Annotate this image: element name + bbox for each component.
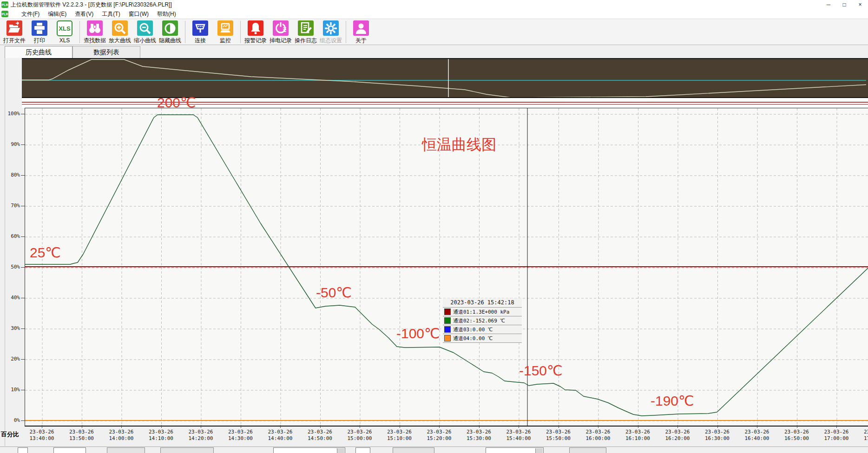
x-tick-mark xyxy=(161,425,162,428)
connector-icon xyxy=(192,20,208,36)
x-tick-label: 23-03-2616:00:00 xyxy=(581,429,615,442)
monitor-button[interactable]: 监控 xyxy=(213,19,238,45)
channel-value-text: 通道04:0.00 ℃ xyxy=(453,335,493,342)
x-tick-label: 23-03-2615:00:00 xyxy=(342,429,377,442)
x-tick-mark xyxy=(677,425,678,428)
window-controls: ─ □ × xyxy=(821,0,868,9)
y-tick-mark xyxy=(21,298,25,298)
x-tick-mark xyxy=(320,425,321,428)
x-tick-mark xyxy=(121,425,122,428)
toolbar-button-label: 报警记录 xyxy=(244,37,267,45)
bottom-control-fragment[interactable] xyxy=(355,447,370,453)
bottom-control-fragment[interactable] xyxy=(273,447,345,453)
x-tick-label: 23-03-2614:30:00 xyxy=(224,429,258,442)
menu-item-1[interactable]: 文件(F) xyxy=(17,9,44,19)
temperature-annotation: -150℃ xyxy=(519,362,563,379)
y-tick-label: 0% xyxy=(2,417,20,424)
y-tick-mark xyxy=(21,144,25,145)
chart-gap xyxy=(22,98,868,108)
operation-log-icon xyxy=(298,20,314,36)
y-axis-title: 百分比 xyxy=(1,430,19,439)
about-user-button[interactable]: 关于 xyxy=(349,19,374,45)
y-tick-mark xyxy=(21,206,25,206)
x-tick-label: 23-03-2614:50:00 xyxy=(303,429,337,442)
tab-bar: 历史曲线数据列表 xyxy=(0,45,868,58)
open-file-icon xyxy=(7,20,22,36)
menu-item-2[interactable]: 编辑(E) xyxy=(44,9,71,19)
tab-history-curve[interactable]: 历史曲线 xyxy=(5,46,72,58)
operation-log-button[interactable]: 操作日志 xyxy=(293,19,318,45)
xls-icon: XLS xyxy=(57,20,72,36)
power-log-icon xyxy=(273,20,289,36)
bottom-control-fragment[interactable] xyxy=(53,447,86,453)
tooltip-channel-row: 通道01:1.3E+000 kPa xyxy=(443,308,522,316)
x-tick-label: 23-03-2615:30:00 xyxy=(462,429,496,442)
toolbar-button-label: 查找数据 xyxy=(84,37,106,45)
toolbar-button-label: 隐藏曲线 xyxy=(159,37,181,45)
y-tick-label: 30% xyxy=(2,325,20,332)
menu-item-5[interactable]: 窗口(W) xyxy=(125,9,153,19)
channel-value-text: 通道02:-152.069 ℃ xyxy=(453,317,505,324)
x-tick-mark xyxy=(82,425,82,428)
y-tick-label: 70% xyxy=(2,203,20,209)
gear-button[interactable]: 组态设置 xyxy=(318,19,343,45)
tooltip-channel-row: 通道04:0.00 ℃ xyxy=(443,334,522,343)
y-tick-label: 60% xyxy=(2,233,20,240)
bottom-control-fragment[interactable] xyxy=(486,447,544,453)
zoom-out-button[interactable]: 缩小曲线 xyxy=(132,19,158,45)
close-button[interactable]: × xyxy=(852,0,868,9)
menu-item-6[interactable]: 帮助(H) xyxy=(153,9,180,19)
toolbar-button-label: XLS xyxy=(59,37,70,44)
binoculars-button[interactable]: 查找数据 xyxy=(82,19,107,45)
bottom-control-fragment[interactable] xyxy=(160,447,214,453)
separator-line-red xyxy=(22,102,868,103)
alarm-bell-button[interactable]: 报警记录 xyxy=(243,19,268,45)
toolbar-separator xyxy=(79,21,80,43)
x-tick-label: 23-03-2617:10:00 xyxy=(859,429,868,442)
tab-data-list[interactable]: 数据列表 xyxy=(72,46,140,58)
x-tick-label: 23-03-2616:20:00 xyxy=(660,429,695,442)
bottom-control-fragment[interactable] xyxy=(569,447,606,453)
connector-button[interactable]: 连接 xyxy=(188,19,213,45)
hide-curve-button[interactable]: 隐藏曲线 xyxy=(158,19,183,45)
minimize-button[interactable]: ─ xyxy=(821,0,836,9)
menu-item-4[interactable]: 工具(T) xyxy=(98,9,124,19)
about-user-icon xyxy=(353,20,369,36)
x-tick-label: 23-03-2613:40:00 xyxy=(25,429,59,442)
alarm-bell-icon xyxy=(248,20,263,36)
zoom-in-icon xyxy=(112,20,128,36)
trend-plot-area[interactable] xyxy=(25,108,868,427)
data-readout-tooltip: 2023-03-26 15:42:18 通道01:1.3E+000 kPa通道0… xyxy=(443,298,522,343)
x-tick-label: 23-03-2615:40:00 xyxy=(501,429,536,442)
app-icon: PLR xyxy=(1,1,8,8)
series-line-通道02 xyxy=(25,115,868,416)
power-log-button[interactable]: 掉电记录 xyxy=(268,19,293,45)
x-tick-mark xyxy=(836,425,837,428)
app-window: PLR 上位机数据管理软件 V2.2.2.3 - [历史数据 [F:\PLR\2… xyxy=(0,0,868,453)
y-tick-mark xyxy=(21,175,25,176)
bottom-control-fragment[interactable] xyxy=(107,447,145,453)
xls-button[interactable]: XLSXLS xyxy=(52,19,77,45)
printer-button[interactable]: 打印 xyxy=(27,19,52,45)
x-tick-label: 23-03-2614:10:00 xyxy=(144,429,178,442)
temperature-annotation: -100℃ xyxy=(396,325,440,341)
y-tick-label: 90% xyxy=(2,141,20,148)
x-tick-mark xyxy=(519,425,519,428)
x-tick-mark xyxy=(598,425,598,428)
bottom-control-fragment[interactable] xyxy=(18,447,28,453)
window-title: 上位机数据管理软件 V2.2.2.3 - [历史数据 [F:\PLR\23032… xyxy=(11,1,172,9)
overview-navigator[interactable] xyxy=(22,58,868,98)
menu-item-3[interactable]: 查看(V) xyxy=(71,9,98,19)
chart-title: 恒温曲线图 xyxy=(422,135,496,155)
zoom-in-button[interactable]: 放大曲线 xyxy=(107,19,132,45)
binoculars-icon xyxy=(87,20,103,36)
x-tick-mark xyxy=(757,425,757,428)
x-tick-mark xyxy=(42,425,42,428)
temperature-annotation: -190℃ xyxy=(651,393,694,409)
maximize-button[interactable]: □ xyxy=(836,0,852,9)
bottom-control-fragment[interactable] xyxy=(393,447,434,453)
toolbar-button-label: 组态设置 xyxy=(320,37,342,45)
open-file-button[interactable]: 打开文件 xyxy=(2,19,27,45)
channel-color-swatch xyxy=(444,326,451,333)
gear-icon xyxy=(323,20,339,36)
